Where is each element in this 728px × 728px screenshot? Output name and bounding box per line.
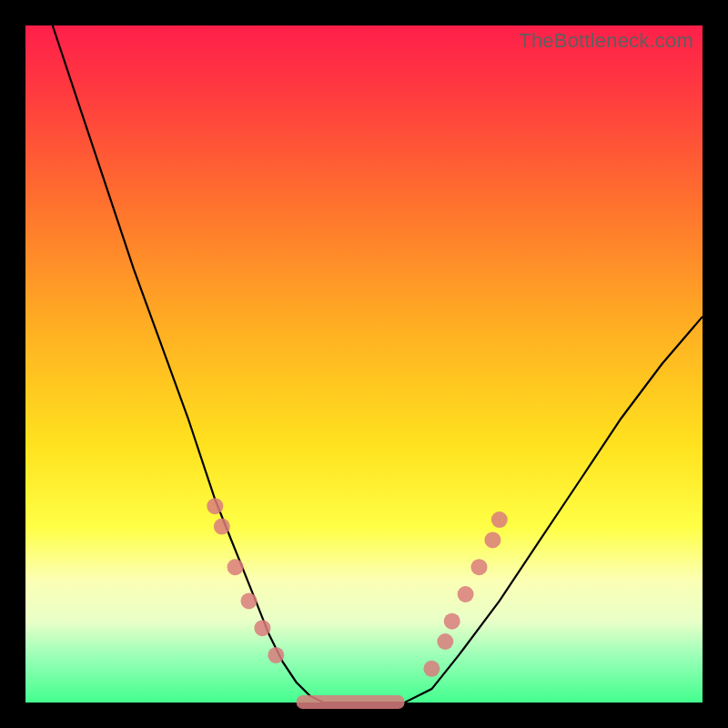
bottleneck-curve (53, 25, 703, 703)
curve-marker (228, 559, 244, 575)
curve-marker (437, 633, 453, 650)
chart-frame: TheBottleneck.com (0, 0, 728, 728)
markers-right (423, 511, 507, 677)
curve-marker (241, 592, 258, 609)
curve-marker (207, 498, 223, 514)
curve-marker (214, 519, 230, 535)
curve-layer (25, 25, 703, 703)
curve-marker (484, 531, 500, 548)
curve-marker (268, 647, 284, 663)
markers-left (207, 498, 284, 663)
flat-bottom-bar (297, 695, 405, 709)
curve-marker (254, 620, 270, 636)
curve-marker (444, 613, 460, 630)
plot-area: TheBottleneck.com (25, 25, 703, 703)
curve-marker (423, 661, 440, 677)
curve-marker (491, 511, 508, 528)
curve-marker (471, 559, 488, 575)
curve-marker (458, 586, 474, 602)
